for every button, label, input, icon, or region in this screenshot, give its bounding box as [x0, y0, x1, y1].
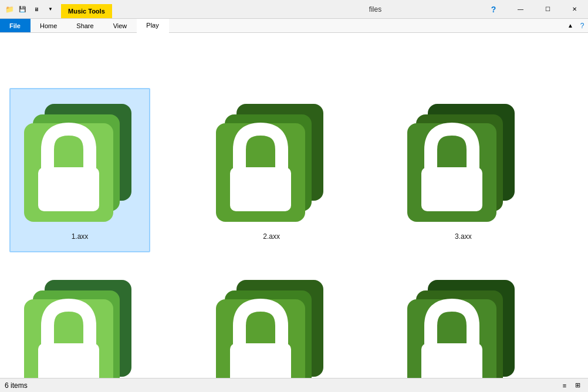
help-button[interactable]: ?: [480, 0, 507, 18]
window-title: files: [271, 0, 480, 18]
title-bar: 📁 💾 🖥 ▼ Music Tools files ? — ☐ ✕: [0, 0, 588, 19]
close-button[interactable]: ✕: [561, 0, 588, 18]
file-icon-3: [404, 100, 522, 229]
file-icon-4: [21, 276, 138, 378]
ribbon: File Home Share View Play ▲ ?: [0, 19, 588, 80]
list-item[interactable]: 5.axx: [201, 264, 342, 378]
qat-dropdown[interactable]: ▼: [45, 4, 56, 15]
maximize-button[interactable]: ☐: [534, 0, 561, 18]
axx-icon-6: [407, 279, 519, 378]
file-icon-5: [213, 276, 330, 378]
axx-icon-4: [24, 279, 136, 378]
file-grid: 1.axx 2.axx: [9, 88, 573, 378]
tab-file[interactable]: File: [0, 19, 31, 32]
list-item[interactable]: 3.axx: [393, 88, 533, 252]
status-bar: 6 items ≡ ⊞: [0, 378, 588, 392]
item-count: 6 items: [5, 381, 28, 390]
title-bar-left: 📁 💾 🖥 ▼: [0, 0, 61, 18]
tab-share[interactable]: Share: [67, 19, 103, 32]
svg-rect-3: [38, 167, 99, 211]
grid-view-button[interactable]: ⊞: [572, 380, 583, 391]
music-tools-tab[interactable]: Music Tools: [61, 4, 112, 18]
file-label-2: 2.axx: [263, 232, 280, 241]
svg-rect-15: [38, 343, 99, 378]
svg-rect-11: [421, 167, 482, 211]
tab-home[interactable]: Home: [31, 19, 67, 32]
qat-save[interactable]: 💾: [16, 4, 28, 15]
axx-icon-5: [216, 279, 327, 378]
axx-icon-2: [216, 103, 327, 226]
svg-rect-7: [230, 167, 291, 211]
file-label-1: 1.axx: [72, 232, 89, 241]
axx-icon-1: [24, 103, 136, 226]
file-icon-2: [213, 100, 330, 229]
window-controls: ? — ☐ ✕: [480, 0, 588, 18]
tab-view[interactable]: View: [104, 19, 137, 32]
list-view-button[interactable]: ≡: [559, 380, 570, 391]
list-item[interactable]: 2.axx: [201, 88, 342, 252]
ribbon-content: [0, 33, 588, 80]
axx-icon-3: [407, 103, 519, 226]
list-item[interactable]: 6.axx: [393, 264, 533, 378]
file-area: 1.axx 2.axx: [0, 79, 588, 378]
file-label-3: 3.axx: [455, 232, 472, 241]
qat-properties[interactable]: 🖥: [31, 4, 42, 15]
file-icon-6: [404, 276, 522, 378]
tab-play[interactable]: Play: [137, 19, 168, 33]
ribbon-collapse[interactable]: ▲: [565, 19, 576, 32]
minimize-button[interactable]: —: [507, 0, 534, 18]
ribbon-tabs: File Home Share View Play ▲ ?: [0, 19, 588, 33]
ribbon-title-tabs: Music Tools: [61, 0, 271, 18]
svg-rect-23: [421, 343, 482, 378]
app-icon: 📁: [5, 5, 14, 14]
tab-spacer: [169, 19, 565, 32]
svg-rect-19: [230, 343, 291, 378]
view-toggle: ≡ ⊞: [559, 380, 583, 391]
file-icon-1: [21, 100, 138, 229]
ribbon-help[interactable]: ?: [576, 19, 588, 32]
list-item[interactable]: 1.axx: [9, 88, 150, 252]
list-item[interactable]: 4.axx: [9, 264, 150, 378]
